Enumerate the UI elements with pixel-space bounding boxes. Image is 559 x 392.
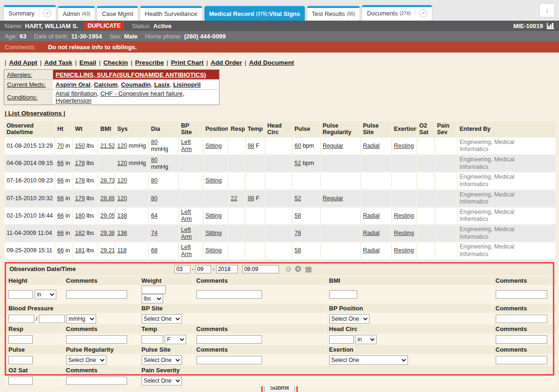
wt-value-link[interactable]: 182 — [75, 230, 85, 236]
med-link-coumadin[interactable]: Coumadin — [121, 81, 151, 88]
obs-time-input[interactable] — [242, 265, 279, 273]
action-link-prescribe[interactable]: Prescribe — [135, 59, 164, 66]
pulse-value-link[interactable]: 52 — [295, 195, 301, 202]
dia-value-link[interactable]: 80 — [151, 195, 158, 202]
height-input[interactable] — [8, 290, 33, 299]
download-button[interactable]: ↓ — [540, 4, 554, 17]
exertion-select[interactable]: Select One — [329, 355, 408, 365]
med-link-aspirin-oral[interactable]: Aspirin Oral — [56, 81, 91, 88]
bmi-value-link[interactable]: 29.05 — [100, 212, 114, 219]
position-value-link[interactable]: Sitting — [205, 143, 222, 149]
sys-value-link[interactable]: 138 — [117, 212, 127, 219]
bp_site-value-link[interactable]: Left Arm — [181, 139, 192, 152]
wt-value-link[interactable]: 181 — [75, 247, 85, 254]
sys-value-link[interactable]: 118 — [117, 247, 127, 254]
med-link-lasix[interactable]: Lasix — [154, 81, 170, 88]
bmi-value-link[interactable]: 29.21 — [100, 247, 114, 254]
o2-sat-input[interactable] — [8, 377, 33, 385]
bp-comments-input[interactable] — [496, 315, 547, 323]
temp-input[interactable] — [142, 335, 163, 344]
head-circ-unit-select[interactable]: in — [355, 335, 377, 344]
conditions-link[interactable]: Conditions: — [7, 94, 38, 101]
exertion-value-link[interactable]: Resting — [394, 143, 414, 149]
o2-comments-input[interactable] — [66, 377, 127, 385]
exertion-value-link[interactable]: Resting — [394, 247, 414, 254]
temp-unit-select[interactable]: F — [165, 335, 186, 344]
bp-position-select[interactable]: Select One — [329, 314, 370, 324]
sys-value-link[interactable]: 120 — [117, 160, 127, 166]
condition-link-atrial-fibrillation[interactable]: Atrial fibrillation — [56, 90, 97, 97]
pulse-value-link[interactable]: 58 — [295, 247, 301, 254]
pulse-value-link[interactable]: 58 — [295, 212, 301, 219]
pulse-site-select[interactable]: Select One — [142, 355, 182, 365]
tab-summary[interactable]: Summary↗ — [4, 5, 56, 21]
weight-input[interactable] — [142, 286, 166, 294]
sys-value-link[interactable]: 136 — [117, 230, 127, 236]
dia-value-link[interactable]: 80 — [151, 157, 158, 163]
chart-icon[interactable] — [547, 23, 554, 29]
pulse_reg-value-link[interactable]: Regular — [323, 195, 343, 202]
dia-value-link[interactable]: 80 — [151, 139, 158, 145]
pulse_reg-value-link[interactable]: Regular — [323, 143, 343, 149]
med-link-calcium[interactable]: Calcium — [94, 81, 118, 88]
tab-admin[interactable]: Admin(43) — [58, 6, 95, 21]
action-link-add-document[interactable]: Add Document — [249, 59, 294, 66]
sys-value-link[interactable]: 120 — [117, 143, 127, 149]
dia-value-link[interactable]: 64 — [151, 212, 158, 219]
ht-value-link[interactable]: 66 — [57, 160, 64, 166]
position-value-link[interactable]: Sitting — [205, 177, 222, 184]
bp-diastolic-input[interactable] — [39, 315, 65, 323]
pulse_site-value-link[interactable]: Radial — [363, 247, 379, 254]
dia-value-link[interactable]: 80 — [151, 177, 158, 184]
bp-systolic-input[interactable] — [8, 315, 34, 323]
condition-link-chf-congestive-heart-failure[interactable]: CHF - Congestive heart failure — [100, 90, 183, 97]
med-link-lisinopril[interactable]: Lisinopril — [173, 81, 201, 88]
height-comments-input[interactable] — [66, 290, 127, 299]
exertion-comments-input[interactable] — [496, 356, 547, 364]
ht-value-link[interactable]: 66 — [57, 230, 64, 236]
allergies-link[interactable]: Allergies: — [7, 71, 32, 78]
wt-value-link[interactable]: 178 — [75, 177, 85, 184]
bmi-value-link[interactable]: 21.52 — [100, 143, 114, 149]
ht-value-link[interactable]: 66 — [57, 212, 64, 219]
obs-day-input[interactable] — [195, 265, 211, 273]
sys-value-link[interactable]: 120 — [117, 195, 127, 202]
wt-value-link[interactable]: 150 — [75, 143, 85, 149]
action-link-add-order[interactable]: Add Order — [211, 59, 242, 66]
action-link-checkin[interactable]: Checkin — [103, 59, 128, 66]
bp-site-select[interactable]: Select One — [142, 314, 182, 324]
action-link-add-appt[interactable]: Add Appt — [9, 59, 37, 66]
pulse-input[interactable] — [8, 356, 33, 364]
weight-comments-input[interactable] — [196, 290, 262, 299]
tab-health-surveillance[interactable]: Health Surveillance — [140, 6, 202, 21]
bp_site-value-link[interactable]: Left Arm — [181, 226, 192, 240]
pulse-value-link[interactable]: 78 — [295, 230, 301, 236]
calendar-icon[interactable]: ▦ — [305, 264, 312, 273]
bmi-input[interactable] — [329, 290, 357, 299]
bp_site-value-link[interactable]: Left Arm — [181, 209, 192, 222]
bp-unit-select[interactable]: mmHg — [66, 314, 96, 324]
sys-value-link[interactable]: 120 — [117, 177, 127, 184]
bmi-value-link[interactable]: 28.73 — [100, 177, 114, 184]
exertion-value-link[interactable]: Resting — [394, 230, 414, 236]
exertion-value-link[interactable]: Resting — [394, 212, 414, 219]
height-unit-select[interactable]: in — [35, 290, 56, 299]
tab-case-mgmt[interactable]: Case Mgmt — [97, 6, 137, 21]
wt-value-link[interactable]: 180 — [75, 212, 85, 219]
tab-test-results[interactable]: Test Results(65) — [307, 6, 360, 21]
head-circ-comments-input[interactable] — [496, 335, 547, 344]
dia-value-link[interactable]: 68 — [151, 247, 158, 254]
weight-unit-select[interactable]: lbs — [142, 294, 163, 303]
popout-icon[interactable]: ↗ — [43, 9, 51, 17]
obs-month-input[interactable] — [174, 265, 190, 273]
bp_site-value-link[interactable]: Left Arm — [181, 244, 192, 257]
tab-medical-record[interactable]: Medical Record(375):Vital Signs — [204, 6, 305, 21]
pulse_site-value-link[interactable]: Radial — [363, 212, 379, 219]
position-value-link[interactable]: Sitting — [205, 212, 222, 219]
ht-value-link[interactable]: 66 — [57, 247, 64, 254]
bmi-value-link[interactable]: 28.89 — [100, 195, 114, 202]
clock-icon[interactable]: ⊙ — [286, 265, 292, 273]
action-link-email[interactable]: Email — [79, 59, 96, 66]
pulse_site-value-link[interactable]: Radial — [363, 230, 379, 236]
obs-year-input[interactable] — [216, 265, 238, 273]
